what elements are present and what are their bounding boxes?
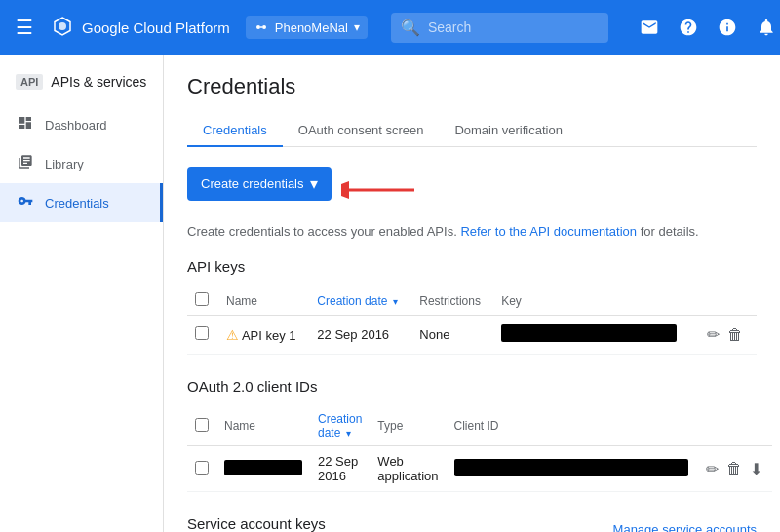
page-title: Credentials [187, 74, 757, 99]
manage-service-accounts-link[interactable]: Manage service accounts [613, 522, 757, 532]
table-row: 22 Sep 2016 Web application ✏ 🗑 ⬇ [187, 446, 772, 492]
project-name: PhenoMeNal [275, 20, 348, 35]
email-icon [640, 18, 659, 37]
row-restrictions: None [411, 316, 493, 355]
edit-icon[interactable]: ✏ [705, 323, 722, 346]
row-date-oauth: 22 Sep 2016 [310, 446, 370, 492]
gcp-logo-icon [49, 14, 76, 41]
select-all-api[interactable] [195, 292, 209, 306]
th-client-id: Client ID [447, 406, 696, 446]
email-icon-btn[interactable] [632, 10, 667, 45]
oauth-section: OAuth 2.0 client IDs Name Creation date … [187, 378, 757, 492]
top-navigation: ☰ Google Cloud Platform PhenoMeNal ▾ 🔍 [0, 0, 780, 55]
select-all-oauth[interactable] [195, 418, 209, 432]
app-title: Google Cloud Platform [82, 19, 230, 36]
sidebar-item-library-label: Library [45, 157, 84, 171]
actions-cell: ✏ 🗑 [705, 323, 749, 346]
red-arrow [341, 175, 419, 208]
menu-icon[interactable]: ☰ [8, 8, 41, 47]
th-key: Key [493, 286, 697, 316]
dashboard-icon [16, 115, 35, 134]
th-actions [697, 286, 757, 316]
create-credentials-row: Create credentials ▾ [187, 167, 757, 216]
delete-icon[interactable]: 🗑 [725, 324, 745, 346]
help-icon-btn[interactable] [671, 10, 706, 45]
sort-icon-oauth: ▾ [346, 428, 351, 438]
project-selector[interactable]: PhenoMeNal ▾ [246, 16, 368, 39]
main-layout: API APIs & services Dashboard Library [0, 55, 780, 532]
row-date: 22 Sep 2016 [309, 316, 411, 355]
arrow-svg [341, 175, 419, 205]
sidebar-title: APIs & services [51, 74, 146, 90]
dropdown-arrow-icon: ▾ [310, 174, 318, 193]
sidebar-item-credentials-label: Credentials [45, 196, 109, 210]
download-icon-oauth[interactable]: ⬇ [748, 458, 764, 480]
row-actions: ✏ 🗑 [697, 316, 757, 355]
oauth-title: OAuth 2.0 client IDs [187, 378, 757, 395]
app-logo: Google Cloud Platform [49, 14, 230, 41]
row-client-id [447, 446, 696, 492]
topnav-actions: ⋮ [632, 10, 780, 45]
row-name-oauth [216, 446, 310, 492]
row-type-oauth: Web application [370, 446, 446, 492]
table-row: ⚠ API key 1 22 Sep 2016 None ✏ 🗑 [187, 316, 757, 355]
tab-credentials[interactable]: Credentials [187, 115, 283, 147]
th-type-oauth: Type [370, 406, 446, 446]
oauth-table: Name Creation date ▾ Type Client ID 22 S… [187, 406, 772, 492]
credentials-icon [16, 193, 35, 212]
service-title: Service account keys [187, 515, 326, 532]
library-icon [16, 154, 35, 173]
api-keys-table: Name Creation date ▾ Restrictions Key ⚠ … [187, 286, 757, 355]
notifications-icon-btn[interactable] [749, 10, 780, 45]
th-restrictions: Restrictions [411, 286, 493, 316]
th-checkbox-oauth [187, 406, 216, 446]
row-name: ⚠ API key 1 [218, 316, 309, 355]
notifications-icon [757, 18, 776, 37]
api-doc-link[interactable]: Refer to the API documentation [460, 224, 637, 239]
delete-icon-oauth[interactable]: 🗑 [724, 458, 744, 479]
service-section-header: Service account keys Manage service acco… [187, 515, 757, 532]
help-icon [679, 18, 698, 37]
th-checkbox [187, 286, 218, 316]
sidebar-nav: Dashboard Library Credentials [0, 105, 163, 222]
edit-icon-oauth[interactable]: ✏ [704, 458, 721, 480]
th-name-oauth: Name [216, 406, 310, 446]
tab-oauth-consent[interactable]: OAuth consent screen [283, 115, 440, 147]
sidebar: API APIs & services Dashboard Library [0, 55, 164, 532]
project-dropdown-icon: ▾ [354, 20, 360, 34]
search-icon: 🔍 [401, 19, 420, 37]
svg-point-2 [262, 25, 266, 29]
service-account-section: Service account keys Manage service acco… [187, 515, 757, 532]
sidebar-header: API APIs & services [0, 62, 163, 101]
oauth-name-value [224, 460, 302, 475]
tabs-bar: Credentials OAuth consent screen Domain … [187, 115, 757, 147]
th-actions-oauth [696, 406, 772, 446]
warning-icon: ⚠ [226, 327, 239, 343]
sidebar-item-credentials[interactable]: Credentials [0, 183, 163, 222]
api-key-value [501, 324, 677, 342]
create-credentials-label: Create credentials [201, 176, 304, 191]
client-id-value [454, 459, 688, 476]
main-content: Credentials Credentials OAuth consent sc… [164, 55, 780, 532]
row-actions-oauth: ✏ 🗑 ⬇ [696, 446, 772, 492]
search-input[interactable] [428, 19, 599, 35]
sidebar-item-library[interactable]: Library [0, 144, 163, 183]
info-icon-btn[interactable] [710, 10, 745, 45]
sidebar-item-dashboard[interactable]: Dashboard [0, 105, 163, 144]
svg-point-1 [256, 25, 260, 29]
svg-point-0 [58, 22, 66, 30]
info-icon [718, 18, 737, 37]
tab-domain-verification[interactable]: Domain verification [439, 115, 578, 147]
api-keys-section: API keys Name Creation date ▾ Restrictio… [187, 258, 757, 355]
sort-icon: ▾ [393, 296, 398, 307]
description-text: Create credentials to access your enable… [187, 224, 757, 239]
th-creation-date[interactable]: Creation date ▾ [309, 286, 411, 316]
project-icon [254, 19, 269, 35]
th-date-oauth[interactable]: Creation date ▾ [310, 406, 370, 446]
row-checkbox-oauth [187, 446, 216, 492]
oauth-actions-cell: ✏ 🗑 ⬇ [704, 458, 764, 480]
search-bar[interactable]: 🔍 [391, 13, 608, 43]
create-credentials-button[interactable]: Create credentials ▾ [187, 167, 332, 201]
row-key [493, 316, 697, 355]
th-name: Name [218, 286, 309, 316]
